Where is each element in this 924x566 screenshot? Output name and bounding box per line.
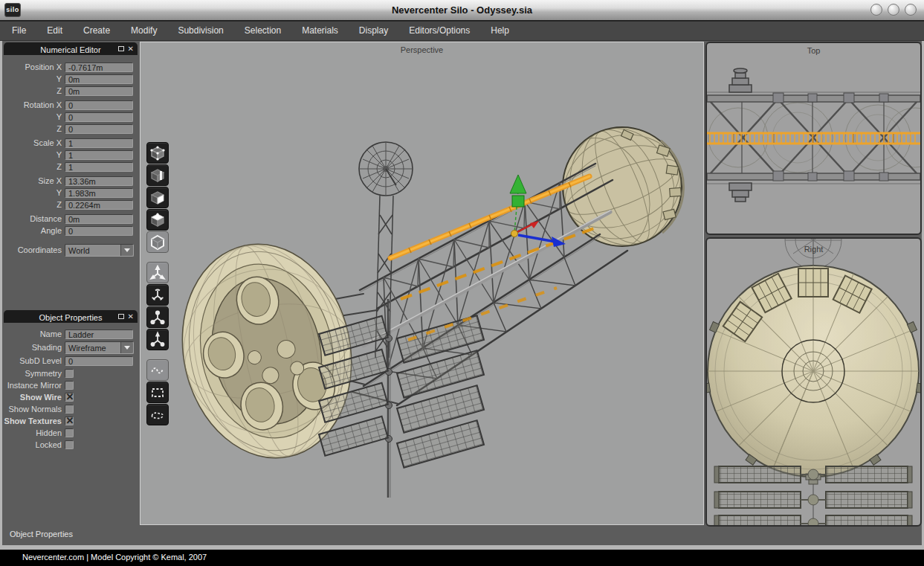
object-name-input[interactable]: Ladder [65, 329, 133, 339]
menu-bar: File Edit Create Modify Subdivision Sele… [0, 21, 924, 41]
checkbox-label: Locked [4, 440, 65, 449]
checkbox-label: Show Wire [4, 393, 65, 402]
object-properties-panel: Object Properties ✕ NameLadder Shading W… [4, 310, 138, 451]
universal-manipulator-icon[interactable] [146, 329, 169, 350]
field-label: Name [4, 329, 65, 338]
field-label: Position X [4, 62, 65, 71]
maximize-icon[interactable] [118, 46, 124, 51]
panel-title: Object Properties [39, 313, 103, 322]
menu-file[interactable]: File [0, 21, 36, 41]
menu-subdivision[interactable]: Subdivision [167, 21, 233, 41]
menu-editors-options[interactable]: Editors/Options [398, 21, 480, 41]
checkbox-label: Show Textures [4, 417, 65, 425]
field-label: Y [4, 188, 65, 197]
left-panel-column: Numerical Editor ✕ Position X-0.7617m Y0… [2, 41, 140, 545]
numerical-editor-header[interactable]: Numerical Editor ✕ [4, 42, 138, 55]
scale-x-input[interactable]: 1 [65, 138, 133, 148]
right-viewport[interactable]: Right [705, 237, 922, 527]
window-button-close[interactable] [905, 4, 917, 16]
distance-input[interactable]: 0m [65, 214, 133, 224]
checkbox-label: Symmetry [4, 369, 65, 378]
status-bar: Object Properties [2, 526, 567, 542]
footer-text: Nevercenter.com | Model Copyright © Kema… [0, 550, 924, 565]
shading-row: Shading Wireframe [4, 341, 138, 354]
field-label: Shading [4, 343, 65, 352]
field-label: Z [4, 200, 65, 209]
window-title: Nevercenter Silo - Odyssey.sia [0, 0, 924, 21]
checkbox-label: Hidden [4, 428, 65, 437]
scale-tool-icon[interactable] [146, 306, 169, 328]
size-z-input[interactable]: 0.2264m [65, 200, 133, 210]
menu-help[interactable]: Help [480, 21, 520, 41]
footer-bar: Nevercenter.com | Model Copyright © Kema… [0, 550, 924, 566]
sphere-right-view [707, 266, 920, 484]
show-normals-checkbox[interactable] [65, 405, 74, 414]
move-tool-icon[interactable] [146, 262, 169, 283]
panel-title: Numerical Editor [40, 45, 100, 54]
scale-y-input[interactable]: 1 [65, 150, 133, 160]
close-icon[interactable]: ✕ [128, 310, 134, 323]
lasso-select-icon[interactable] [146, 359, 169, 381]
menu-modify[interactable]: Modify [120, 21, 167, 41]
numerical-editor-panel: Numerical Editor ✕ Position X-0.7617m Y0… [4, 42, 138, 257]
shading-dropdown[interactable]: Wireframe [65, 341, 134, 354]
menu-create[interactable]: Create [73, 21, 120, 41]
top-viewport[interactable]: Top [705, 42, 922, 235]
maximize-icon[interactable] [118, 314, 124, 319]
solar-array [319, 299, 484, 498]
show-textures-checkbox[interactable]: ✕ [65, 417, 74, 425]
check-mark: ✕ [65, 415, 75, 427]
close-icon[interactable]: ✕ [128, 42, 134, 55]
multi-mode-icon[interactable] [146, 209, 169, 231]
viewport-label-perspective: Perspective [140, 45, 703, 54]
menu-display[interactable]: Display [349, 21, 398, 41]
window-button-minimize[interactable] [870, 4, 882, 16]
paint-select-icon[interactable] [146, 404, 169, 425]
field-label: Coordinates [4, 245, 65, 254]
menu-edit[interactable]: Edit [36, 21, 73, 41]
rotation-x-input[interactable]: 0 [65, 100, 133, 110]
right-canvas [707, 239, 920, 525]
field-label: Size X [4, 176, 65, 185]
chevron-down-icon[interactable] [120, 245, 133, 256]
size-y-input[interactable]: 1.983m [65, 188, 133, 198]
perspective-viewport[interactable]: Perspective [140, 42, 704, 525]
field-label: Y [4, 150, 65, 159]
marquee-select-icon[interactable] [146, 382, 169, 403]
object-mode-icon[interactable] [146, 231, 169, 253]
size-x-input[interactable]: 13.36m [65, 176, 133, 186]
edge-mode-icon[interactable] [146, 164, 169, 186]
locked-checkbox[interactable] [65, 440, 74, 449]
field-label: Distance [4, 214, 65, 223]
position-y-input[interactable]: 0m [65, 74, 133, 84]
symmetry-checkbox[interactable] [65, 369, 74, 378]
object-properties-header[interactable]: Object Properties ✕ [4, 310, 138, 323]
angle-input[interactable]: 0 [65, 226, 133, 236]
subd-level-input[interactable]: 0 [65, 356, 133, 366]
rotation-y-input[interactable]: 0 [65, 112, 133, 122]
show-wire-checkbox[interactable]: ✕ [65, 393, 74, 402]
top-canvas [707, 43, 920, 234]
field-label: Y [4, 112, 65, 121]
coordinates-dropdown[interactable]: World [65, 244, 134, 257]
vertex-mode-icon[interactable] [146, 142, 169, 164]
chevron-down-icon[interactable] [120, 342, 133, 353]
face-mode-icon[interactable] [146, 187, 169, 208]
viewport-label-top: Top [707, 46, 920, 55]
field-label: Y [4, 74, 65, 83]
menu-materials[interactable]: Materials [291, 21, 349, 41]
instance-mirror-checkbox[interactable] [65, 381, 74, 390]
menu-selection[interactable]: Selection [234, 21, 291, 41]
window-controls [870, 4, 917, 16]
position-x-input[interactable]: -0.7617m [65, 62, 133, 72]
rotate-tool-icon[interactable] [146, 284, 169, 306]
scale-z-input[interactable]: 1 [65, 162, 133, 172]
numerical-editor-rows: Position X-0.7617m Y0m Z0m Rotation X0 Y… [4, 55, 138, 257]
title-bar[interactable]: silo Nevercenter Silo - Odyssey.sia [0, 0, 924, 21]
y-axis-arrow [510, 175, 526, 193]
position-z-input[interactable]: 0m [65, 86, 133, 96]
hidden-checkbox[interactable] [65, 428, 74, 437]
window-button-maximize[interactable] [888, 4, 899, 16]
rotation-z-input[interactable]: 0 [65, 124, 133, 134]
field-label: SubD Level [4, 356, 65, 365]
